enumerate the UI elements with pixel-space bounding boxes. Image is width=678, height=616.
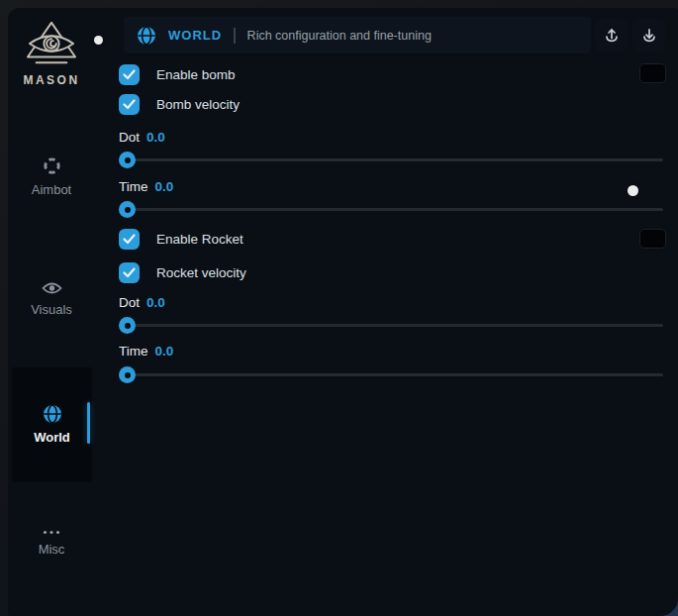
upload-config-button[interactable] bbox=[595, 19, 628, 51]
slider-value: 0.0 bbox=[146, 130, 165, 145]
slider-thumb-dot[interactable] bbox=[119, 317, 136, 334]
slider-name: Dot bbox=[119, 130, 140, 145]
keybind-box-enable-rocket[interactable] bbox=[639, 229, 666, 249]
checkbox-row-enable-rocket[interactable]: Enable Rocket bbox=[119, 229, 243, 250]
download-config-button[interactable] bbox=[632, 19, 665, 51]
cursor-dot bbox=[628, 185, 638, 196]
page-header: WORLD Rich configuration and fine-tuning bbox=[124, 17, 591, 53]
slider-track-dot[interactable] bbox=[119, 158, 663, 161]
slider-thumb-dot-center bbox=[125, 372, 131, 378]
slider-value: 0.0 bbox=[155, 344, 174, 359]
page-title: WORLD bbox=[168, 28, 222, 43]
checkbox-label: Rocket velocity bbox=[156, 265, 246, 280]
slider-thumb-dot[interactable] bbox=[119, 152, 136, 168]
slider-value: 0.0 bbox=[146, 295, 165, 310]
slider-thumb-dot-center bbox=[125, 323, 131, 329]
checkbox-checked[interactable] bbox=[119, 64, 140, 85]
slider-thumb-dot-center bbox=[125, 157, 131, 163]
checkmark-icon bbox=[123, 267, 136, 278]
keybind-box-enable-bomb[interactable] bbox=[639, 63, 666, 83]
sidebar-item-label: Visuals bbox=[8, 302, 95, 317]
checkbox-label: Bomb velocity bbox=[156, 97, 240, 112]
crosshair-icon bbox=[43, 156, 61, 175]
active-tab-indicator bbox=[87, 402, 91, 444]
sidebar: MASON Aimbot Visuals bbox=[8, 8, 95, 616]
checkbox-checked[interactable] bbox=[119, 229, 140, 250]
header-divider bbox=[234, 28, 236, 44]
slider-track-time[interactable] bbox=[119, 208, 663, 211]
sidebar-item-world-content: World bbox=[12, 404, 92, 445]
ellipsis-icon bbox=[43, 530, 60, 535]
sidebar-item-world-active[interactable]: World bbox=[12, 367, 92, 482]
sidebar-item-label: Aimbot bbox=[8, 182, 95, 197]
mason-eye-triangle-icon bbox=[24, 20, 79, 69]
slider-name: Dot bbox=[119, 295, 140, 310]
sidebar-item-visuals[interactable]: Visuals bbox=[8, 281, 95, 317]
download-icon bbox=[641, 28, 657, 44]
slider-name: Time bbox=[119, 344, 148, 359]
slider-thumb-time[interactable] bbox=[119, 201, 136, 218]
slider-label-dot: Dot0.0 bbox=[119, 130, 165, 145]
sidebar-item-misc[interactable]: Misc bbox=[8, 530, 95, 557]
slider-name: Time bbox=[119, 179, 148, 194]
slider-value: 0.0 bbox=[155, 179, 174, 194]
checkbox-row-enable-bomb[interactable]: Enable bomb bbox=[119, 64, 236, 85]
desktop-background: MASON Aimbot Visuals bbox=[0, 0, 678, 616]
cursor-dot bbox=[94, 36, 103, 45]
upload-icon bbox=[604, 28, 620, 44]
slider-track-dot[interactable] bbox=[119, 324, 663, 327]
sidebar-item-aimbot[interactable]: Aimbot bbox=[8, 156, 95, 197]
brand-name: MASON bbox=[8, 73, 95, 87]
slider-thumb-time[interactable] bbox=[119, 366, 136, 383]
sidebar-item-label: World bbox=[12, 430, 92, 445]
checkbox-checked[interactable] bbox=[119, 94, 140, 115]
slider-track-time[interactable] bbox=[119, 373, 663, 376]
globe-icon bbox=[137, 26, 156, 46]
slider-thumb-dot-center bbox=[125, 207, 131, 213]
eye-icon bbox=[42, 281, 62, 295]
slider-label-dot: Dot0.0 bbox=[119, 295, 165, 310]
page-subtitle: Rich configuration and fine-tuning bbox=[247, 29, 432, 43]
checkmark-icon bbox=[123, 99, 136, 110]
checkbox-label: Enable Rocket bbox=[156, 232, 243, 247]
brand-logo: MASON bbox=[8, 20, 95, 87]
sidebar-item-label: Misc bbox=[8, 542, 95, 557]
checkbox-row-rocket-velocity[interactable]: Rocket velocity bbox=[119, 262, 246, 283]
globe-icon bbox=[43, 404, 62, 424]
checkmark-icon bbox=[123, 69, 136, 80]
checkbox-row-bomb-velocity[interactable]: Bomb velocity bbox=[119, 94, 240, 115]
checkbox-checked[interactable] bbox=[119, 262, 140, 283]
checkbox-label: Enable bomb bbox=[156, 67, 236, 82]
slider-label-time: Time0.0 bbox=[119, 179, 173, 194]
checkmark-icon bbox=[123, 234, 136, 245]
slider-label-time: Time0.0 bbox=[119, 344, 173, 359]
mason-window: MASON Aimbot Visuals bbox=[8, 8, 678, 616]
